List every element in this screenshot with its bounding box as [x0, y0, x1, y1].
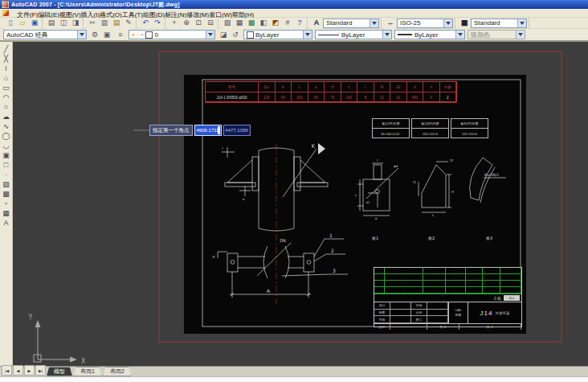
drawing-canvas[interactable]: K 1 2 3 A DN R=DN/2 板1 板2 板3 t a D c φd …: [13, 42, 588, 366]
mtext-icon[interactable]: A: [1, 218, 11, 228]
chevron-down-icon[interactable]: [382, 31, 391, 39]
bom-cell: [500, 281, 521, 287]
chevron-down-icon[interactable]: [443, 19, 452, 27]
leader-2-label: 2: [331, 248, 334, 253]
circle-icon[interactable]: ○: [1, 102, 11, 112]
paste-icon[interactable]: ▤: [111, 18, 122, 29]
lineweight-select[interactable]: ByLayer: [394, 30, 465, 39]
y-coordinate-input[interactable]: 4477.1058: [223, 125, 251, 136]
polyline-icon[interactable]: ≀: [1, 64, 11, 73]
ellipse-arc-icon[interactable]: ◡: [1, 141, 11, 150]
bom-cell: ·: [423, 287, 446, 294]
undo-icon[interactable]: ↶: [140, 18, 151, 29]
layer-properties-icon[interactable]: ≡: [115, 29, 126, 40]
bom-cell: ·: [483, 281, 500, 287]
match-properties-icon[interactable]: ✎: [123, 18, 134, 29]
radius-label: R=DN/2: [484, 173, 499, 177]
color-select[interactable]: ByLayer: [243, 30, 312, 39]
chevron-down-icon[interactable]: [206, 31, 214, 39]
construction-line-icon[interactable]: ╳: [1, 54, 11, 64]
chevron-down-icon[interactable]: [455, 31, 464, 39]
table-icon[interactable]: ▦: [1, 208, 11, 218]
chevron-down-icon[interactable]: [517, 19, 526, 27]
workspace-settings-icon[interactable]: ⚙: [89, 29, 100, 40]
designcenter-icon[interactable]: ▦: [234, 18, 245, 29]
publish-icon[interactable]: ◨: [70, 18, 81, 29]
tab-nav-button[interactable]: |◀: [2, 365, 12, 376]
help-icon[interactable]: ?: [294, 18, 305, 29]
redo-icon[interactable]: ↷: [152, 18, 163, 29]
dim-t2-label: t2: [450, 158, 454, 162]
markup-icon[interactable]: ◩: [270, 18, 281, 29]
region-icon[interactable]: ▫: [1, 199, 11, 208]
signature-cell: 设计: [374, 302, 390, 310]
table-cell: J14-1 DN500 φ630: [206, 92, 259, 103]
plotstyle-select[interactable]: 随颜色: [468, 30, 525, 39]
signature-cell: [390, 316, 411, 323]
project-label: 工程: [493, 296, 501, 301]
tab-布局1[interactable]: 布局1: [73, 367, 102, 376]
table-header: Do: [259, 82, 276, 92]
plot-preview-icon[interactable]: ◫: [58, 18, 69, 29]
polygon-icon[interactable]: ⌂: [1, 73, 11, 83]
tab-模型[interactable]: 模型: [47, 367, 72, 376]
cut-icon[interactable]: ✂: [87, 18, 98, 29]
chevron-down-icon[interactable]: [77, 31, 86, 39]
copy-icon[interactable]: ▥: [99, 18, 110, 29]
chevron-down-icon[interactable]: [370, 19, 378, 27]
table-cell: 200: [292, 92, 308, 103]
quickcalc-icon[interactable]: #: [282, 18, 293, 29]
x-coordinate-input[interactable]: 4906.1711: [194, 125, 222, 136]
make-block-icon[interactable]: □: [1, 160, 11, 170]
bom-cell: ·: [385, 287, 423, 294]
revision-cloud-icon[interactable]: ☁: [1, 112, 11, 121]
layer-previous-icon[interactable]: ↺: [230, 29, 241, 40]
zoom-window-icon[interactable]: ⊡: [193, 18, 204, 29]
tab-nav-button[interactable]: ▶|: [35, 365, 46, 376]
bom-cell: [374, 281, 385, 287]
table-header: d: [407, 82, 424, 92]
dim-style-select[interactable]: ISO-25: [397, 18, 453, 28]
table-cell: 2: [440, 92, 457, 103]
tab-nav-button[interactable]: ◀: [13, 365, 23, 376]
save-workspace-icon[interactable]: ▣: [101, 29, 112, 40]
table-style-select[interactable]: Standard: [471, 18, 527, 28]
pan-icon[interactable]: +: [169, 18, 180, 29]
hatch-icon[interactable]: ▨: [1, 179, 11, 189]
layer-select[interactable]: ●☼▪▫ 0: [129, 30, 215, 39]
dim-c-label: c: [355, 193, 357, 197]
gradient-icon[interactable]: ▩: [1, 189, 11, 199]
make-layer-current-icon[interactable]: ◪: [218, 29, 229, 40]
insert-block-icon[interactable]: ▣: [1, 150, 11, 160]
rectangle-icon[interactable]: ▭: [1, 83, 11, 92]
linetype-select[interactable]: ByLayer: [315, 30, 392, 39]
save-icon[interactable]: ▣: [29, 18, 40, 29]
tool-palettes-icon[interactable]: ▩: [246, 18, 257, 29]
signature-cell: [427, 316, 448, 323]
properties-icon[interactable]: ▧: [222, 18, 233, 29]
title-block: ················· 工程 设计 设计日期制图比例审核图号 CAD…: [374, 267, 522, 327]
zoom-realtime-icon[interactable]: ⊕: [181, 18, 192, 29]
open-icon[interactable]: ▱: [17, 18, 28, 29]
plate2-label: 板2: [427, 236, 435, 240]
spline-icon[interactable]: ∿: [1, 121, 11, 131]
text-style-icon[interactable]: A: [311, 18, 322, 29]
tab-布局2[interactable]: 布局2: [103, 367, 132, 376]
dim-style-icon[interactable]: ↔: [385, 18, 396, 29]
bom-cell: ·: [446, 274, 466, 281]
chevron-down-icon[interactable]: [303, 31, 312, 39]
new-icon[interactable]: ▯: [5, 18, 16, 29]
sheet-set-icon[interactable]: ◧: [258, 18, 269, 29]
standard-toolbar: ▯▱▣▤◫◨✂▥▤✎↶↷+⊕⊡⊟▧▦▩◧◩#?AStandard↔ISO-25▦…: [0, 18, 588, 29]
point-icon[interactable]: ∙: [1, 170, 11, 179]
text-style-select[interactable]: Standard: [323, 18, 379, 28]
plot-icon[interactable]: ▤: [46, 18, 57, 29]
workspace-select[interactable]: AutoCAD 经典: [3, 30, 87, 39]
tab-nav-button[interactable]: ▶: [24, 365, 35, 376]
table-style-icon[interactable]: ▦: [459, 18, 470, 29]
ellipse-icon[interactable]: ◯: [1, 131, 11, 141]
line-icon[interactable]: ╱: [1, 44, 11, 54]
command-line-strip: [0, 376, 588, 382]
zoom-previous-icon[interactable]: ⊟: [205, 18, 216, 29]
arc-icon[interactable]: ◠: [1, 92, 11, 102]
